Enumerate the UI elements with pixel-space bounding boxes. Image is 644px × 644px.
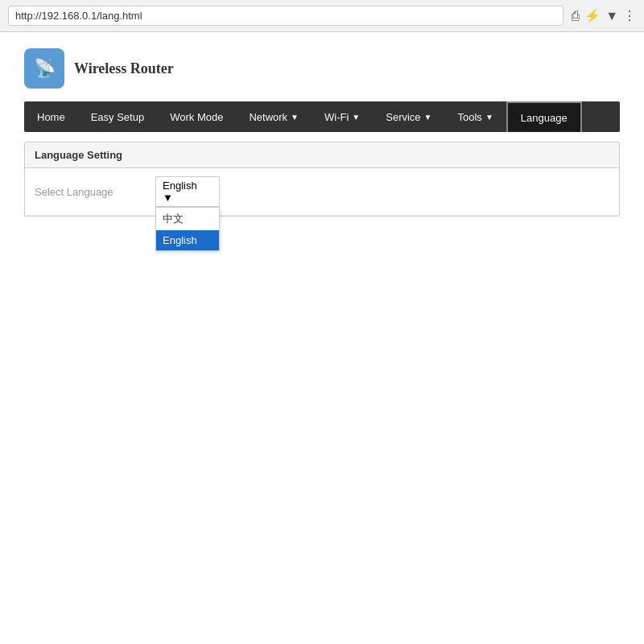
language-option-en[interactable]: English <box>156 230 219 250</box>
language-row: Select Language English ▼ 中文 English <box>25 168 619 216</box>
nav-item-tools[interactable]: Tools ▼ <box>445 101 506 132</box>
router-logo: 📡 <box>24 48 64 89</box>
nav-label-service: Service <box>386 111 420 123</box>
language-select[interactable]: English ▼ <box>155 176 220 207</box>
browser-icons: ⎙ ⚡ ▼ ⋮ <box>572 8 636 23</box>
url-bar[interactable]: http://192.168.0.1/lang.html <box>8 6 564 26</box>
language-row-label: Select Language <box>35 186 155 198</box>
share-icon[interactable]: ⎙ <box>572 9 580 23</box>
router-title: Wireless Router <box>74 60 174 77</box>
nav-label-easy-setup: Easy Setup <box>91 111 145 123</box>
nav-item-service[interactable]: Service ▼ <box>373 101 444 132</box>
nav-item-easy-setup[interactable]: Easy Setup <box>78 101 158 132</box>
wifi-arrow-icon: ▼ <box>352 113 360 122</box>
nav-item-wifi[interactable]: Wi-Fi ▼ <box>312 101 373 132</box>
language-select-value: English ▼ <box>163 180 197 204</box>
nav-label-language: Language <box>521 112 568 124</box>
nav-label-work-mode: Work Mode <box>170 111 223 123</box>
network-arrow-icon: ▼ <box>291 113 299 122</box>
browser-bar: http://192.168.0.1/lang.html ⎙ ⚡ ▼ ⋮ <box>0 0 644 32</box>
language-dropdown[interactable]: English ▼ 中文 English <box>155 176 220 207</box>
nav-item-network[interactable]: Network ▼ <box>236 101 312 132</box>
panel-title: Language Setting <box>25 142 619 168</box>
antenna-icon: 📡 <box>34 58 56 79</box>
language-option-zh[interactable]: 中文 <box>156 208 219 230</box>
nav-label-wifi: Wi-Fi <box>324 111 349 123</box>
lightning-icon[interactable]: ⚡ <box>584 8 601 23</box>
language-panel: Language Setting Select Language English… <box>24 142 620 217</box>
service-arrow-icon: ▼ <box>424 113 432 122</box>
nav-label-home: Home <box>37 111 65 123</box>
navbar: Home Easy Setup Work Mode Network ▼ Wi-F… <box>24 101 620 132</box>
chevron-down-icon[interactable]: ▼ <box>605 9 618 23</box>
language-dropdown-list: 中文 English <box>155 207 220 251</box>
panel-body: Select Language English ▼ 中文 English <box>25 168 619 216</box>
menu-icon[interactable]: ⋮ <box>623 8 636 23</box>
nav-label-tools: Tools <box>458 111 482 123</box>
tools-arrow-icon: ▼ <box>485 113 493 122</box>
nav-item-home[interactable]: Home <box>24 101 78 132</box>
page-content: 📡 Wireless Router Home Easy Setup Work M… <box>0 32 644 233</box>
nav-label-network: Network <box>249 111 287 123</box>
router-header: 📡 Wireless Router <box>24 48 620 89</box>
nav-item-language[interactable]: Language <box>506 101 582 132</box>
nav-item-work-mode[interactable]: Work Mode <box>157 101 236 132</box>
